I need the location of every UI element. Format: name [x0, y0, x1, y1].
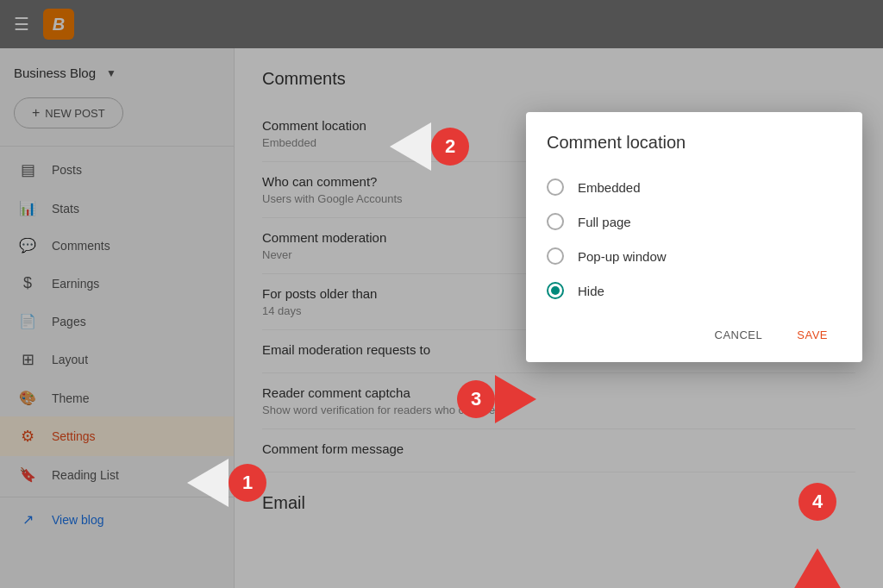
comment-location-dialog: Comment location Embedded Full page Pop-… [526, 112, 862, 362]
radio-full-page-circle[interactable] [547, 213, 564, 230]
dialog-title: Comment location [547, 133, 842, 153]
save-button[interactable]: SAVE [783, 322, 842, 348]
cancel-button[interactable]: CANCEL [701, 322, 777, 348]
radio-label-full-page: Full page [578, 215, 631, 229]
radio-label-popup: Pop-up window [578, 249, 667, 264]
radio-embedded-circle[interactable] [547, 178, 564, 196]
radio-label-hide: Hide [578, 284, 604, 298]
radio-option-embedded[interactable]: Embedded [547, 170, 842, 204]
dialog-actions: CANCEL SAVE [547, 322, 842, 348]
radio-popup-circle[interactable] [547, 247, 564, 265]
radio-option-popup[interactable]: Pop-up window [547, 239, 842, 273]
radio-hide-circle[interactable] [547, 282, 564, 299]
radio-option-hide[interactable]: Hide [547, 273, 842, 308]
radio-label-embedded: Embedded [578, 180, 641, 195]
radio-option-full-page[interactable]: Full page [547, 204, 842, 239]
